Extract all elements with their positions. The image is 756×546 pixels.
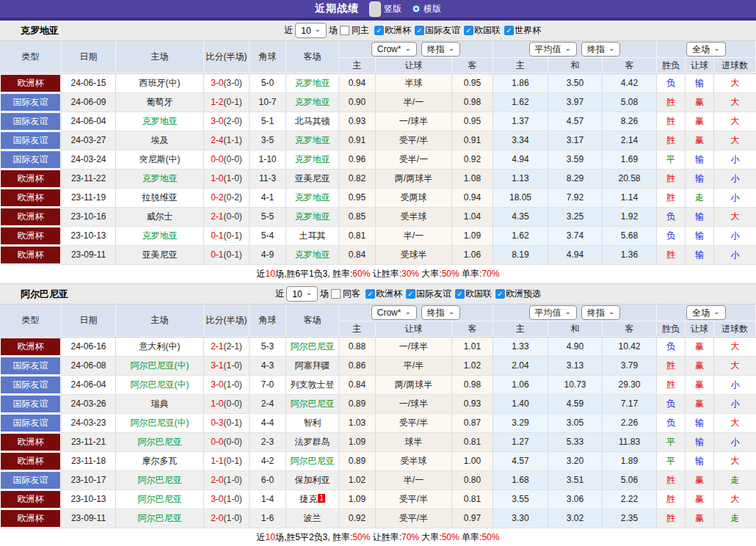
horizontal-radio[interactable]: 横版 bbox=[412, 3, 441, 15]
average-odds-select[interactable]: 平均值 ⌄ bbox=[529, 42, 577, 57]
away-team-link[interactable]: 克罗地亚 bbox=[286, 189, 339, 208]
league-checkbox[interactable]: ✓ bbox=[504, 26, 514, 35]
score-link[interactable]: 3-0(1-0) bbox=[204, 490, 250, 509]
avg-draw-odds: 3.74 bbox=[548, 227, 603, 246]
handicap-home-odds: 0.89 bbox=[339, 452, 376, 471]
home-team-link[interactable]: 西班牙(中) bbox=[116, 74, 204, 93]
away-team-link[interactable]: 克罗地亚 bbox=[286, 131, 339, 150]
avg-home-odds: 2.04 bbox=[493, 357, 548, 376]
home-team-link[interactable]: 威尔士 bbox=[116, 208, 204, 227]
league-type-cell: 欧洲杯 bbox=[0, 490, 62, 509]
score-link[interactable]: 0-0(0-0) bbox=[204, 433, 250, 452]
score-link[interactable]: 0-1(0-1) bbox=[204, 246, 250, 265]
away-team-link[interactable]: 亚美尼亚 bbox=[286, 170, 339, 189]
score-link[interactable]: 0-0(0-0) bbox=[204, 150, 250, 170]
home-team-link[interactable]: 亚美尼亚 bbox=[116, 246, 204, 265]
home-team-link[interactable]: 克罗地亚 bbox=[116, 170, 204, 189]
away-team-link[interactable]: 列支敦士登 bbox=[286, 376, 339, 395]
home-team-link[interactable]: 阿尔巴尼亚(中) bbox=[116, 357, 204, 376]
recent-count-select[interactable]: 10 ⌄ bbox=[295, 23, 327, 38]
score-link[interactable]: 1-2(0-1) bbox=[204, 93, 250, 112]
home-team-link[interactable]: 阿尔巴尼亚 bbox=[116, 471, 204, 490]
score-link[interactable]: 1-0(0-0) bbox=[204, 395, 250, 414]
home-team-link[interactable]: 克罗地亚 bbox=[116, 112, 204, 131]
away-team-link[interactable]: 克罗地亚 bbox=[286, 93, 339, 112]
result-winloss: 胜 bbox=[657, 170, 686, 189]
home-team-link[interactable]: 突尼斯(中) bbox=[116, 150, 204, 170]
home-team-link[interactable]: 阿尔巴尼亚 bbox=[116, 490, 204, 509]
score-link[interactable]: 2-0(1-0) bbox=[204, 509, 250, 528]
final-odds-select[interactable]: 终指 ⌄ bbox=[421, 42, 460, 57]
result-winloss: 平 bbox=[657, 150, 686, 170]
home-team-link[interactable]: 克罗地亚 bbox=[116, 227, 204, 246]
score-link[interactable]: 2-0(1-0) bbox=[204, 471, 250, 490]
same-home-checkbox[interactable] bbox=[340, 26, 349, 35]
avg-home-odds: 1.33 bbox=[493, 338, 548, 357]
league-checkbox[interactable]: ✓ bbox=[415, 26, 424, 35]
col-header-odds-home: 主 bbox=[339, 58, 376, 73]
score-link[interactable]: 0-1(0-1) bbox=[204, 227, 250, 246]
average-odds-select[interactable]: 平均值 ⌄ bbox=[529, 305, 577, 320]
bookmaker-select[interactable]: Crow* ⌄ bbox=[371, 305, 417, 320]
avg-draw-odds: 7.92 bbox=[548, 189, 603, 208]
scope-select[interactable]: 全场 ⌄ bbox=[686, 42, 725, 57]
score-link[interactable]: 3-0(1-0) bbox=[204, 376, 250, 395]
score-link[interactable]: 3-0(2-0) bbox=[204, 112, 250, 131]
bookmaker-select[interactable]: Crow* ⌄ bbox=[371, 42, 417, 57]
recent-count-select[interactable]: 10 ⌄ bbox=[286, 286, 318, 302]
league-checkbox[interactable]: ✓ bbox=[406, 289, 415, 299]
home-team-link[interactable]: 阿尔巴尼亚(中) bbox=[116, 376, 204, 395]
league-checkbox[interactable]: ✓ bbox=[455, 289, 465, 299]
vertical-radio[interactable]: 竖版 bbox=[369, 1, 401, 17]
league-checkbox[interactable]: ✓ bbox=[464, 26, 473, 35]
score-link[interactable]: 2-4(1-1) bbox=[204, 131, 250, 150]
avg-away-odds: 5.08 bbox=[603, 93, 657, 112]
same-away-checkbox[interactable] bbox=[331, 289, 341, 299]
league-checkbox[interactable]: ✓ bbox=[374, 26, 384, 35]
home-team-link[interactable]: 阿尔巴尼亚 bbox=[116, 433, 204, 452]
away-team-link[interactable]: 阿尔巴尼亚 bbox=[286, 452, 339, 471]
score-link[interactable]: 0-2(0-2) bbox=[204, 189, 250, 208]
result-handicap: 赢 bbox=[686, 509, 714, 528]
home-team-link[interactable]: 瑞典 bbox=[116, 395, 204, 414]
score-link[interactable]: 3-1(1-0) bbox=[204, 357, 250, 376]
away-team-link[interactable]: 阿尔巴尼亚 bbox=[286, 338, 339, 357]
league-checkbox[interactable]: ✓ bbox=[366, 289, 375, 299]
away-team-link[interactable]: 克罗地亚 bbox=[286, 74, 339, 93]
final-odds-select2[interactable]: 终指 ⌄ bbox=[581, 305, 620, 320]
away-team-link[interactable]: 克罗地亚 bbox=[286, 208, 339, 227]
away-team-link[interactable]: 波兰 bbox=[286, 509, 339, 528]
handicap-away-odds: 0.81 bbox=[452, 433, 493, 452]
home-team-link[interactable]: 意大利(中) bbox=[116, 338, 204, 357]
home-team-link[interactable]: 拉脱维亚 bbox=[116, 189, 204, 208]
score-link[interactable]: 1-1(0-1) bbox=[204, 452, 250, 471]
handicap-line: 两/两球半 bbox=[376, 376, 452, 395]
away-team-link[interactable]: 克罗地亚 bbox=[286, 246, 339, 265]
final-odds-select[interactable]: 终指 ⌄ bbox=[421, 305, 460, 320]
avg-home-odds: 1.27 bbox=[493, 433, 548, 452]
away-team-link[interactable]: 捷克1 bbox=[286, 490, 339, 509]
away-team-link[interactable]: 土耳其 bbox=[286, 227, 339, 246]
home-team-link[interactable]: 葡萄牙 bbox=[116, 93, 204, 112]
final-odds-select2[interactable]: 终指 ⌄ bbox=[581, 42, 620, 57]
check-icon: ✓ bbox=[506, 26, 512, 34]
score-link[interactable]: 2-1(0-0) bbox=[204, 208, 250, 227]
away-team-link[interactable]: 北马其顿 bbox=[286, 112, 339, 131]
away-team-link[interactable]: 阿尔巴尼亚 bbox=[286, 395, 339, 414]
home-team-link[interactable]: 埃及 bbox=[116, 131, 204, 150]
away-team-link[interactable]: 保加利亚 bbox=[286, 471, 339, 490]
score-link[interactable]: 2-1(2-1) bbox=[204, 338, 250, 357]
home-team-link[interactable]: 阿尔巴尼亚 bbox=[116, 509, 204, 528]
home-team-link[interactable]: 摩尔多瓦 bbox=[116, 452, 204, 471]
league-checkbox[interactable]: ✓ bbox=[495, 289, 505, 299]
score-link[interactable]: 0-3(0-1) bbox=[204, 414, 250, 433]
away-team-link[interactable]: 克罗地亚 bbox=[286, 150, 339, 170]
home-team-link[interactable]: 阿尔巴尼亚(中) bbox=[116, 414, 204, 433]
final-odds-value: 终指 bbox=[427, 307, 445, 319]
score-link[interactable]: 1-0(1-0) bbox=[204, 170, 250, 189]
away-team-link[interactable]: 法罗群岛 bbox=[286, 433, 339, 452]
away-team-link[interactable]: 智利 bbox=[286, 414, 339, 433]
away-team-link[interactable]: 阿塞拜疆 bbox=[286, 357, 339, 376]
score-link[interactable]: 3-0(3-0) bbox=[204, 74, 250, 93]
scope-select[interactable]: 全场 ⌄ bbox=[686, 305, 725, 320]
